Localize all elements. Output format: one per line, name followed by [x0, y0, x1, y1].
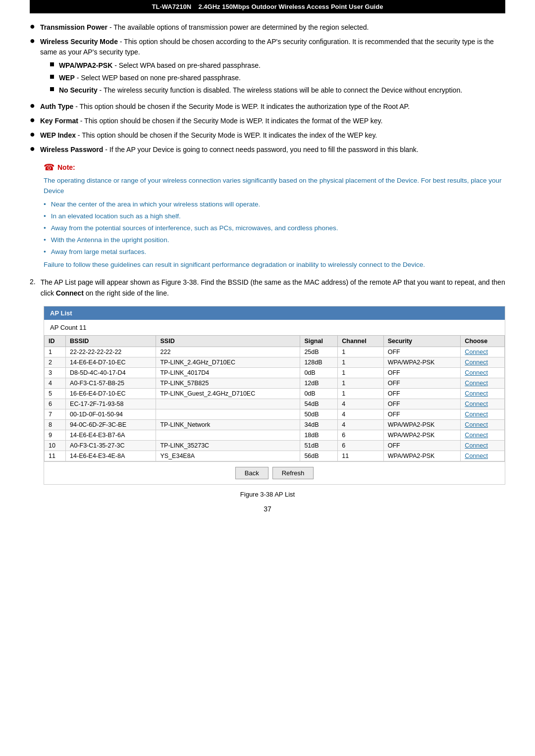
bullet-label-wepindex: WEP Index	[40, 131, 76, 139]
ap-count-row: AP Count 11	[44, 320, 505, 333]
page-header: TL-WA7210N 2.4GHz 150Mbps Outdoor Wirele…	[30, 0, 505, 13]
bullet-section: ● Transmission Power - The available opt…	[30, 22, 505, 155]
table-row: 516-E6-E4-D7-10-ECTP-LINK_Guest_2.4GHz_D…	[45, 388, 505, 399]
connect-link[interactable]: Connect	[465, 390, 488, 397]
sub-bullet-nosec: No Security - The wireless security func…	[50, 85, 505, 96]
table-cell: WPA/WPA2-PSK	[383, 419, 461, 430]
connect-link[interactable]: Connect	[465, 411, 488, 418]
connect-link[interactable]: Connect	[465, 453, 488, 459]
bullet-label-auth: Auth Type	[40, 102, 73, 110]
ap-list-header-bar: AP List	[44, 306, 505, 320]
table-cell: 6	[338, 430, 383, 440]
col-bssid: BSSID	[66, 335, 156, 347]
ap-table: ID BSSID SSID Signal Channel Security Ch…	[44, 335, 505, 461]
table-cell	[156, 430, 300, 440]
table-cell: 5	[45, 388, 66, 399]
table-cell: OFF	[383, 378, 461, 388]
bullet-label-keyformat: Key Format	[40, 117, 78, 125]
sub-bullet-list-wsm: WPA/WPA2-PSK - Select WPA based on pre-s…	[50, 60, 505, 96]
table-cell: YS_E34E8A	[156, 451, 300, 461]
connect-link[interactable]: Connect	[465, 432, 488, 439]
ap-count-label: AP Count 11	[50, 324, 86, 331]
table-cell: 16-E6-E4-D7-10-EC	[66, 388, 156, 399]
table-cell: 0dB	[300, 388, 338, 399]
table-cell: WPA/WPA2-PSK	[383, 451, 461, 461]
bullet-text-wepindex: - This option should be chosen if the Se…	[76, 131, 377, 139]
table-cell: 9	[45, 430, 66, 440]
bullet-label-wsm: Wireless Security Mode	[40, 38, 118, 46]
sub-bullet-wep: WEP - Select WEP based on none pre-share…	[50, 73, 505, 83]
table-cell: 3	[45, 367, 66, 378]
sub-bullet-square-wep	[50, 75, 54, 79]
connect-cell: Connect	[461, 409, 505, 419]
table-cell: 14-E6-E4-E3-B7-6A	[66, 430, 156, 440]
col-security: Security	[383, 335, 461, 347]
col-channel: Channel	[338, 335, 383, 347]
connect-link[interactable]: Connect	[465, 380, 488, 387]
table-cell: 128dB	[300, 357, 338, 367]
page-title: 2.4GHz 150Mbps Outdoor Wireless Access P…	[199, 3, 383, 10]
table-row: 4A0-F3-C1-57-B8-25TP-LINK_57B82512dB1OFF…	[45, 378, 505, 388]
table-cell: OFF	[383, 388, 461, 399]
table-cell: 34dB	[300, 419, 338, 430]
bullet-text-auth: - This option should be chosen if the Se…	[73, 102, 410, 110]
table-cell: 1	[338, 388, 383, 399]
connect-cell: Connect	[461, 440, 505, 451]
bullet-text-transmission-power: - The available options of transmission …	[107, 23, 369, 31]
note-header: ☎ Note:	[44, 162, 505, 173]
table-row: 10A0-F3-C1-35-27-3CTP-LINK_35273C51dB6OF…	[45, 440, 505, 451]
table-cell: OFF	[383, 367, 461, 378]
table-cell	[156, 409, 300, 419]
bullet-text-wpass: - If the AP your Device is going to conn…	[103, 146, 418, 153]
table-cell: 1	[338, 357, 383, 367]
note-intro: The operating distance or range of your …	[44, 177, 502, 195]
table-cell: 222	[156, 347, 300, 357]
table-cell: 12dB	[300, 378, 338, 388]
sub-text-wpa: - Select WPA based on pre-shared passphr…	[112, 61, 261, 69]
connect-link[interactable]: Connect	[465, 359, 488, 366]
bullet-dot-3: ●	[30, 101, 35, 111]
back-button[interactable]: Back	[235, 467, 268, 479]
bullet-transmission-power: ● Transmission Power - The available opt…	[30, 22, 505, 33]
connect-link[interactable]: Connect	[465, 442, 488, 449]
table-cell: 11	[45, 451, 66, 461]
bullet-dot-2: ●	[30, 36, 35, 46]
connect-link[interactable]: Connect	[465, 369, 488, 376]
table-cell: A0-F3-C1-35-27-3C	[66, 440, 156, 451]
table-cell: 1	[338, 347, 383, 357]
connect-link[interactable]: Connect	[465, 349, 488, 355]
table-cell: 1	[45, 347, 66, 357]
table-row: 3D8-5D-4C-40-17-D4TP-LINK_4017D40dB1OFFC…	[45, 367, 505, 378]
table-cell: 56dB	[300, 451, 338, 461]
refresh-button[interactable]: Refresh	[272, 467, 314, 479]
table-cell: 4	[45, 378, 66, 388]
note-bullet-1: • Near the center of the area in which y…	[44, 200, 505, 210]
table-cell: 00-1D-0F-01-50-94	[66, 409, 156, 419]
table-cell: 7	[45, 409, 66, 419]
connect-cell: Connect	[461, 367, 505, 378]
table-cell: OFF	[383, 440, 461, 451]
sub-text-wep: - Select WEP based on none pre-shared pa…	[75, 74, 241, 82]
table-cell: TP-LINK_4017D4	[156, 367, 300, 378]
table-cell: OFF	[383, 409, 461, 419]
bullet-dot-6: ●	[30, 144, 35, 154]
numbered-text2-2: on the right side of the line.	[84, 289, 169, 297]
table-row: 122-22-22-22-22-2222225dB1OFFConnect	[45, 347, 505, 357]
table-cell: WPA/WPA2-PSK	[383, 430, 461, 440]
connect-link[interactable]: Connect	[465, 421, 488, 428]
sub-label-wep: WEP	[59, 74, 75, 82]
bullet-wep-index: ● WEP Index - This option should be chos…	[30, 130, 505, 141]
connect-cell: Connect	[461, 419, 505, 430]
connect-cell: Connect	[461, 357, 505, 367]
connect-link[interactable]: Connect	[465, 401, 488, 407]
table-cell: 54dB	[300, 399, 338, 409]
table-cell: 51dB	[300, 440, 338, 451]
table-cell: A0-F3-C1-57-B8-25	[66, 378, 156, 388]
table-cell: TP-LINK_35273C	[156, 440, 300, 451]
bullet-label-wpass: Wireless Password	[40, 146, 104, 153]
bullet-auth-type: ● Auth Type - This option should be chos…	[30, 101, 505, 112]
sub-label-nosec: No Security	[59, 86, 98, 94]
table-row: 214-E6-E4-D7-10-ECTP-LINK_2.4GHz_D710EC1…	[45, 357, 505, 367]
sub-bullet-wpa: WPA/WPA2-PSK - Select WPA based on pre-s…	[50, 60, 505, 71]
col-ssid: SSID	[156, 335, 300, 347]
